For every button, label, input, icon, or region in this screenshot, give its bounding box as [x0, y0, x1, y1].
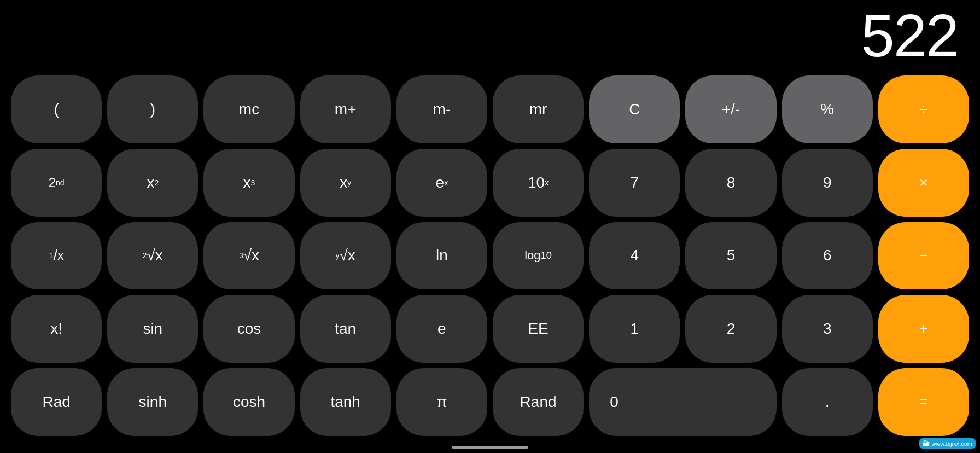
- btn-open-paren[interactable]: (: [11, 76, 102, 143]
- btn-tan[interactable]: tan: [300, 295, 391, 363]
- btn-m-minus[interactable]: m-: [396, 76, 487, 143]
- home-indicator: [452, 446, 528, 449]
- btn-equals[interactable]: =: [878, 368, 969, 436]
- btn-percent[interactable]: %: [782, 76, 873, 143]
- btn-x-cubed[interactable]: x3: [203, 149, 294, 217]
- btn-decimal[interactable]: .: [782, 368, 873, 436]
- btn-sin[interactable]: sin: [107, 295, 198, 363]
- btn-0[interactable]: 0: [589, 368, 776, 436]
- btn-2[interactable]: 2: [685, 295, 776, 363]
- btn-cos[interactable]: cos: [203, 295, 294, 363]
- btn-clear[interactable]: C: [589, 76, 680, 143]
- btn-sqrt3[interactable]: 3√x: [203, 222, 294, 290]
- btn-sqrt2[interactable]: 2√x: [107, 222, 198, 290]
- btn-mr[interactable]: mr: [493, 76, 584, 143]
- btn-7[interactable]: 7: [589, 149, 680, 217]
- btn-m-plus[interactable]: m+: [300, 76, 391, 143]
- btn-reciprocal[interactable]: 1/x: [11, 222, 102, 290]
- calculator-grid: ()mcm+m-mrC+/-%÷2ndx2x3xyex10x789×1/x2√x…: [0, 71, 980, 446]
- btn-sqrty[interactable]: y√x: [300, 222, 391, 290]
- watermark-text: www.bijixx.com: [931, 440, 972, 447]
- btn-4[interactable]: 4: [589, 222, 680, 290]
- btn-10-to-x[interactable]: 10x: [493, 149, 584, 217]
- btn-tanh[interactable]: tanh: [300, 368, 391, 436]
- btn-2nd[interactable]: 2nd: [11, 149, 102, 217]
- btn-add[interactable]: +: [878, 295, 969, 363]
- btn-5[interactable]: 5: [685, 222, 776, 290]
- btn-log10[interactable]: log10: [493, 222, 584, 290]
- btn-subtract[interactable]: −: [878, 222, 969, 290]
- btn-e-to-x[interactable]: ex: [396, 149, 487, 217]
- bottom-bar: [0, 446, 980, 453]
- btn-x-squared[interactable]: x2: [107, 149, 198, 217]
- btn-plus-minus[interactable]: +/-: [685, 76, 776, 143]
- btn-multiply[interactable]: ×: [878, 149, 969, 217]
- btn-factorial[interactable]: x!: [11, 295, 102, 363]
- btn-9[interactable]: 9: [782, 149, 873, 217]
- btn-sinh[interactable]: sinh: [107, 368, 198, 436]
- btn-x-to-y[interactable]: xy: [300, 149, 391, 217]
- display-value: 522: [861, 5, 958, 66]
- btn-3[interactable]: 3: [782, 295, 873, 363]
- btn-8[interactable]: 8: [685, 149, 776, 217]
- btn-e[interactable]: e: [396, 295, 487, 363]
- btn-6[interactable]: 6: [782, 222, 873, 290]
- btn-mc[interactable]: mc: [203, 76, 294, 143]
- btn-ln[interactable]: ln: [396, 222, 487, 290]
- btn-divide[interactable]: ÷: [878, 76, 969, 143]
- watermark: 🏔 www.bijixx.com: [919, 438, 976, 449]
- btn-pi[interactable]: π: [396, 368, 487, 436]
- btn-ee[interactable]: EE: [493, 295, 584, 363]
- btn-1[interactable]: 1: [589, 295, 680, 363]
- display-area: 522: [0, 0, 980, 71]
- btn-rand[interactable]: Rand: [493, 368, 584, 436]
- btn-cosh[interactable]: cosh: [203, 368, 294, 436]
- btn-close-paren[interactable]: ): [107, 76, 198, 143]
- btn-rad[interactable]: Rad: [11, 368, 102, 436]
